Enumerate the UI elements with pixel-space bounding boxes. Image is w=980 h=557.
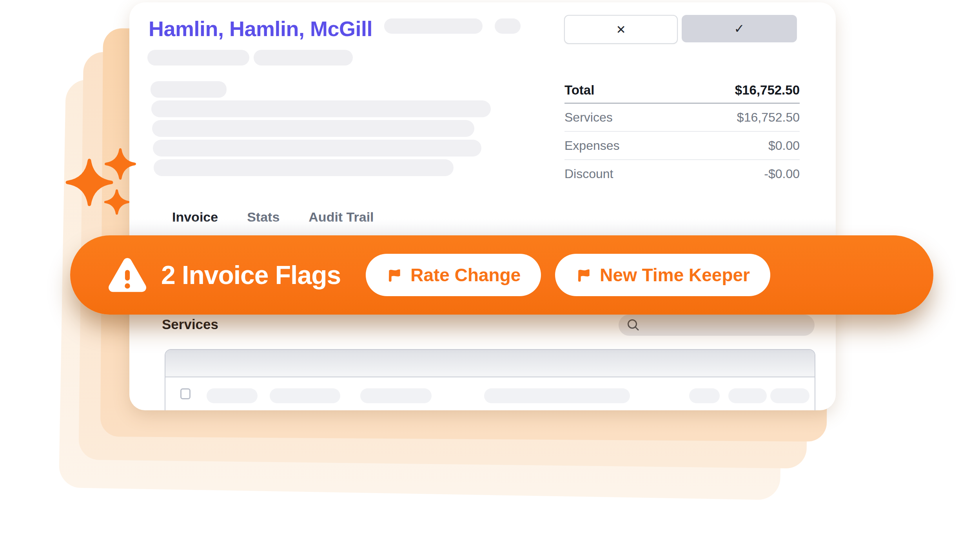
skeleton-bar [254,50,353,66]
skeleton-badge-small [495,18,521,34]
totals-label: Total [564,83,594,98]
table-header [165,350,815,377]
banner-headline: 2 Invoice Flags [161,260,341,290]
search-input[interactable] [619,315,815,336]
skeleton-cell [689,388,720,403]
totals-value: -$0.00 [764,167,800,181]
sparkle-icon-small [104,189,129,215]
totals-value: $0.00 [768,138,800,153]
flag-button-new-time-keeper[interactable]: New Time Keeper [555,254,770,296]
client-name-title: Hamlin, Hamlin, McGill [149,16,372,41]
row-checkbox[interactable] [180,388,191,399]
totals-label: Discount [564,167,613,181]
totals-row-expenses: Expenses $0.00 [564,132,800,160]
table-row [165,377,815,410]
search-icon [626,318,641,332]
skeleton-cell [207,388,258,403]
skeleton-cell [484,388,630,403]
flag-buttons: Rate Change New Time Keeper [366,254,770,296]
flag-icon [575,267,592,283]
skeleton-cell [728,388,767,403]
warning-icon [107,256,148,294]
check-icon: ✓ [734,21,745,36]
invoice-flags-banner: 2 Invoice Flags Rate Change New Time Kee… [70,235,933,315]
totals-row-discount: Discount -$0.00 [564,160,800,187]
skeleton-bar [151,81,227,98]
skeleton-cell [770,388,809,403]
page: Hamlin, Hamlin, McGill ✕ ✓ Total $16,752… [0,0,980,557]
section-divider-gradient [129,219,836,237]
invoice-card: Hamlin, Hamlin, McGill ✕ ✓ Total $16,752… [129,2,836,410]
close-icon: ✕ [616,23,626,36]
skeleton-badge [384,18,483,34]
services-table [165,349,815,410]
approve-button[interactable]: ✓ [682,15,797,42]
flag-button-rate-change[interactable]: Rate Change [366,254,541,296]
reject-button[interactable]: ✕ [564,15,678,44]
skeleton-cell [360,388,432,403]
totals-value: $16,752.50 [737,110,800,125]
sparkle-icon-medium [104,148,136,180]
flag-button-label: New Time Keeper [600,264,750,286]
totals-label: Services [564,110,613,125]
skeleton-cell [270,388,340,403]
services-heading: Services [162,315,218,334]
totals-value: $16,752.50 [735,83,800,98]
flag-icon [386,267,403,283]
skeleton-bar [151,100,491,117]
skeleton-bar [154,159,454,176]
skeleton-bar [153,140,481,157]
totals-summary: Total $16,752.50 Services $16,752.50 Exp… [564,78,800,187]
flag-button-label: Rate Change [410,264,521,286]
skeleton-bar [152,120,474,137]
totals-row-total: Total $16,752.50 [564,78,800,104]
totals-label: Expenses [564,138,620,153]
totals-row-services: Services $16,752.50 [564,104,800,132]
skeleton-bar [147,50,249,66]
